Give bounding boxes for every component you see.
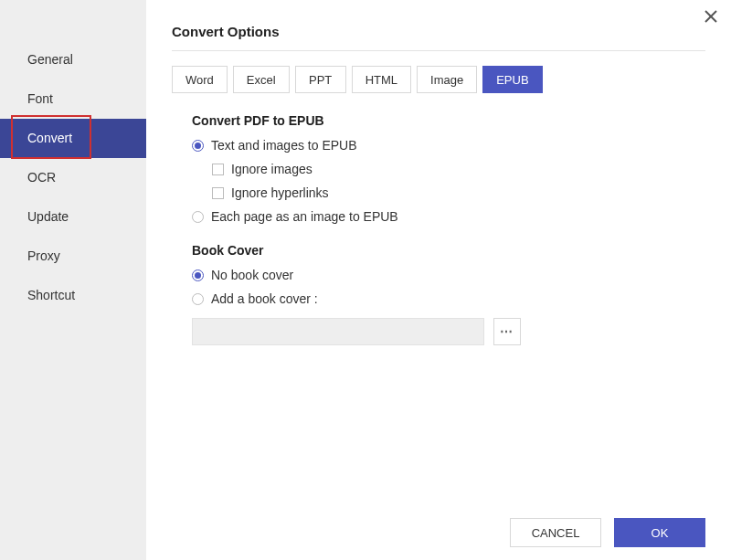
option-label: Ignore hyperlinks	[231, 185, 329, 201]
button-label: CANCEL	[532, 526, 580, 540]
close-icon	[705, 10, 717, 23]
radio-icon	[192, 269, 204, 281]
sidebar-item-label: Proxy	[27, 248, 60, 263]
tab-label: Excel	[247, 73, 276, 87]
option-each-page-image[interactable]: Each page as an image to EPUB	[192, 208, 705, 225]
ellipsis-icon: ⋯	[500, 324, 514, 339]
browse-button[interactable]: ⋯	[493, 318, 521, 345]
cancel-button[interactable]: CANCEL	[510, 518, 601, 547]
radio-icon	[192, 293, 204, 305]
sidebar-item-ocr[interactable]: OCR	[0, 158, 146, 197]
options-dialog: General Font Convert OCR Update Proxy Sh…	[0, 0, 731, 560]
sidebar-item-proxy[interactable]: Proxy	[0, 237, 146, 276]
tab-image[interactable]: Image	[417, 66, 477, 93]
section-title: Convert PDF to EPUB	[192, 113, 705, 128]
option-label: Add a book cover :	[211, 291, 318, 307]
sidebar-item-font[interactable]: Font	[0, 79, 146, 119]
sidebar-item-shortcut[interactable]: Shortcut	[0, 276, 146, 315]
tab-label: Word	[185, 73, 214, 87]
cover-path-row: ⋯	[192, 318, 705, 345]
tab-epub[interactable]: EPUB	[482, 66, 542, 93]
button-label: OK	[652, 526, 669, 540]
sidebar-item-label: General	[27, 52, 73, 67]
option-ignore-hyperlinks[interactable]: Ignore hyperlinks	[192, 185, 705, 201]
section-convert-epub: Convert PDF to EPUB Text and images to E…	[172, 113, 705, 225]
option-label: No book cover	[211, 267, 293, 283]
main-panel: Convert Options Word Excel PPT HTML Imag…	[146, 0, 731, 560]
tab-label: Image	[430, 73, 463, 87]
close-button[interactable]	[700, 5, 722, 27]
sidebar-item-label: Convert	[27, 131, 72, 145]
page-title: Convert Options	[172, 0, 705, 51]
sidebar-item-label: Update	[27, 209, 69, 224]
tab-label: PPT	[309, 73, 332, 87]
tab-label: EPUB	[496, 73, 528, 87]
ok-button[interactable]: OK	[614, 518, 705, 547]
cover-path-input[interactable]	[192, 318, 484, 345]
option-text-and-images[interactable]: Text and images to EPUB	[192, 137, 705, 153]
sidebar: General Font Convert OCR Update Proxy Sh…	[0, 0, 146, 560]
section-book-cover: Book Cover No book cover Add a book cove…	[172, 243, 705, 345]
format-tabs: Word Excel PPT HTML Image EPUB	[172, 66, 705, 93]
option-ignore-images[interactable]: Ignore images	[192, 161, 705, 177]
sidebar-item-label: Font	[27, 91, 53, 106]
option-label: Each page as an image to EPUB	[211, 208, 398, 225]
tab-ppt[interactable]: PPT	[295, 66, 346, 93]
checkbox-icon	[212, 187, 224, 199]
option-label: Text and images to EPUB	[211, 137, 357, 153]
dialog-footer: CANCEL OK	[146, 505, 731, 560]
sidebar-item-label: OCR	[27, 170, 56, 185]
tab-label: HTML	[366, 73, 397, 87]
radio-icon	[192, 211, 204, 223]
section-title: Book Cover	[192, 243, 705, 258]
radio-icon	[192, 140, 204, 152]
checkbox-icon	[212, 164, 224, 175]
tab-excel[interactable]: Excel	[233, 66, 290, 93]
option-label: Ignore images	[231, 161, 313, 177]
sidebar-item-update[interactable]: Update	[0, 197, 146, 237]
sidebar-item-label: Shortcut	[27, 288, 75, 302]
sidebar-item-general[interactable]: General	[0, 40, 146, 79]
sidebar-item-convert[interactable]: Convert	[0, 119, 146, 158]
tab-html[interactable]: HTML	[352, 66, 411, 93]
tab-word[interactable]: Word	[172, 66, 228, 93]
option-add-cover[interactable]: Add a book cover :	[192, 291, 705, 307]
option-no-cover[interactable]: No book cover	[192, 267, 705, 283]
